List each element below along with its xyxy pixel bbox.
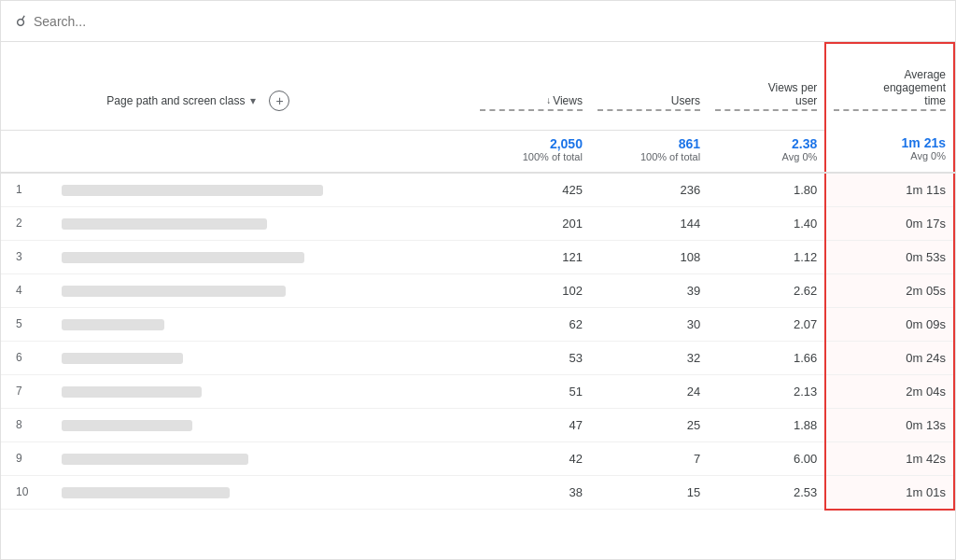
table-row: 847251.880m 13s: [1, 408, 954, 441]
cell-users: 30: [590, 307, 708, 341]
views-underline: [480, 109, 583, 111]
cell-views: 102: [472, 273, 590, 307]
cell-users: 15: [590, 475, 708, 510]
table-row: 22011441.400m 17s: [1, 206, 954, 240]
cell-page-path[interactable]: [54, 475, 471, 510]
cell-users: 144: [590, 206, 708, 240]
total-vpu-value: 2.38: [715, 136, 817, 151]
page-container: ☌ Page path and screen class: [0, 0, 956, 560]
search-input[interactable]: [34, 14, 220, 29]
cell-views: 51: [472, 374, 590, 408]
cell-views: 42: [472, 441, 590, 475]
cell-page-path[interactable]: [54, 206, 471, 240]
cell-vpu: 6.00: [708, 441, 825, 475]
table-row: 751242.132m 04s: [1, 374, 954, 408]
table-row: 1038152.531m 01s: [1, 475, 954, 510]
table-row: 4102392.622m 05s: [1, 273, 954, 307]
table-row: 562302.070m 09s: [1, 307, 954, 341]
cell-aet: 1m 11s: [825, 173, 954, 207]
cell-aet: 0m 53s: [825, 240, 954, 273]
cell-vpu: 2.62: [708, 273, 825, 307]
cell-row-num: 10: [1, 475, 54, 510]
cell-page-path[interactable]: [54, 307, 471, 341]
cell-row-num: 3: [1, 240, 54, 273]
col-page-header: Page path and screen class ▾ +: [54, 43, 471, 130]
cell-views: 201: [472, 206, 590, 240]
cell-users: 24: [590, 374, 708, 408]
cell-row-num: 4: [1, 273, 54, 307]
cell-page-path[interactable]: [54, 173, 471, 207]
table-wrapper: Page path and screen class ▾ + ↓ Views: [1, 42, 955, 559]
cell-aet: 0m 09s: [825, 307, 954, 341]
cell-users: 7: [590, 441, 708, 475]
cell-row-num: 7: [1, 374, 54, 408]
totals-vpu: 2.38 Avg 0%: [708, 130, 825, 173]
col-views-header[interactable]: ↓ Views: [472, 43, 590, 130]
cell-views: 47: [472, 408, 590, 441]
cell-page-path[interactable]: [54, 273, 471, 307]
cell-views: 53: [472, 341, 590, 374]
total-aet-sub: Avg 0%: [834, 150, 946, 161]
total-users-sub: 100% of total: [598, 151, 700, 162]
vpu-underline: [715, 109, 817, 111]
search-bar: ☌: [1, 1, 955, 42]
totals-views: 2,050 100% of total: [472, 130, 590, 173]
cell-vpu: 1.88: [708, 408, 825, 441]
cell-row-num: 5: [1, 307, 54, 341]
cell-page-path[interactable]: [54, 240, 471, 273]
table-row: 14252361.801m 11s: [1, 173, 954, 207]
cell-aet: 0m 17s: [825, 206, 954, 240]
add-column-button[interactable]: +: [269, 91, 289, 111]
page-path-label: Page path and screen class: [106, 94, 245, 107]
cell-vpu: 1.12: [708, 240, 825, 273]
cell-row-num: 8: [1, 408, 54, 441]
cell-vpu: 1.40: [708, 206, 825, 240]
cell-row-num: 9: [1, 441, 54, 475]
table-row: 653321.660m 24s: [1, 341, 954, 374]
col-vpu-header[interactable]: Views per user: [708, 43, 825, 130]
totals-aet: 1m 21s Avg 0%: [825, 130, 954, 173]
data-table: Page path and screen class ▾ + ↓ Views: [1, 42, 955, 511]
cell-page-path[interactable]: [54, 341, 471, 374]
table-header-row: Page path and screen class ▾ + ↓ Views: [1, 43, 954, 130]
table-totals-row: 2,050 100% of total 861 100% of total 2.…: [1, 130, 954, 173]
cell-users: 108: [590, 240, 708, 273]
cell-aet: 1m 42s: [825, 441, 954, 475]
cell-views: 38: [472, 475, 590, 510]
cell-vpu: 2.53: [708, 475, 825, 510]
totals-users: 861 100% of total: [590, 130, 708, 173]
cell-vpu: 2.13: [708, 374, 825, 408]
cell-row-num: 1: [1, 173, 54, 207]
total-views-value: 2,050: [480, 136, 583, 151]
cell-page-path[interactable]: [54, 374, 471, 408]
totals-page: [54, 130, 471, 173]
cell-aet: 1m 01s: [825, 475, 954, 510]
total-vpu-sub: Avg 0%: [715, 151, 817, 162]
cell-vpu: 1.80: [708, 173, 825, 207]
col-num-header: [1, 43, 54, 130]
col-users-header[interactable]: Users: [590, 43, 708, 130]
cell-aet: 2m 04s: [825, 374, 954, 408]
cell-vpu: 1.66: [708, 341, 825, 374]
cell-aet: 0m 13s: [825, 408, 954, 441]
cell-page-path[interactable]: [54, 408, 471, 441]
cell-row-num: 2: [1, 206, 54, 240]
cell-aet: 2m 05s: [825, 273, 954, 307]
cell-views: 121: [472, 240, 590, 273]
cell-users: 236: [590, 173, 708, 207]
col-aet-header[interactable]: Average engagement time: [825, 43, 954, 130]
cell-users: 25: [590, 408, 708, 441]
search-icon: ☌: [16, 12, 26, 30]
users-underline: [598, 109, 700, 111]
cell-page-path[interactable]: [54, 441, 471, 475]
total-users-value: 861: [598, 136, 700, 151]
table-body: 14252361.801m 11s22011441.400m 17s312110…: [1, 173, 954, 510]
cell-vpu: 2.07: [708, 307, 825, 341]
table-row: 31211081.120m 53s: [1, 240, 954, 273]
table-row: 94276.001m 42s: [1, 441, 954, 475]
cell-users: 32: [590, 341, 708, 374]
cell-users: 39: [590, 273, 708, 307]
dropdown-arrow-icon[interactable]: ▾: [250, 94, 256, 107]
cell-aet: 0m 24s: [825, 341, 954, 374]
cell-row-num: 6: [1, 341, 54, 374]
